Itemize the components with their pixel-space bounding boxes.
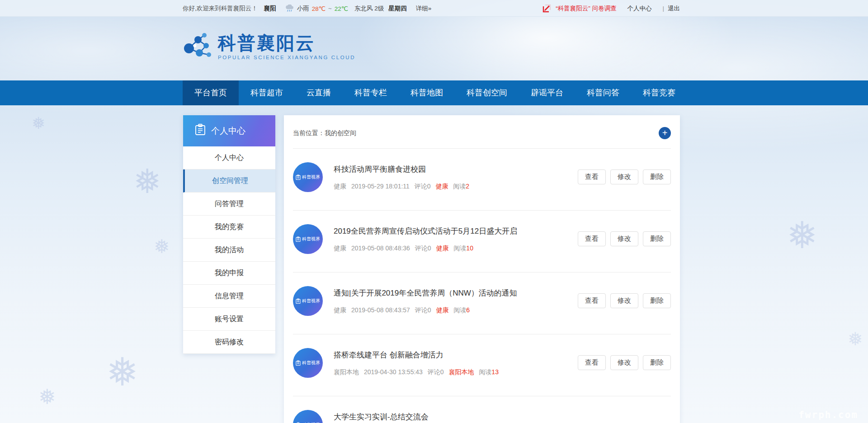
view-button[interactable]: 查看 — [578, 231, 606, 246]
post-avatar: 科普视界 — [293, 410, 323, 423]
survey-pen-icon — [542, 4, 551, 13]
clipboard-icon — [195, 124, 206, 138]
post-title[interactable]: 通知|关于开展2019年全民营养周（NNW）活动的通知 — [334, 288, 517, 298]
snowflake-icon: ❅ — [154, 237, 170, 256]
edit-button[interactable]: 修改 — [610, 169, 638, 184]
post-tag: 健康 — [436, 306, 448, 314]
post-read-label: 阅读 — [479, 368, 491, 376]
post-read-count: 13 — [491, 368, 499, 376]
greeting-text: 你好,欢迎来到科普襄阳云！ — [183, 5, 258, 13]
sidebar-item[interactable]: 密码修改 — [183, 331, 275, 354]
logo-subtitle: POPULAR SCIENCE XIANGYANG CLOUD — [218, 55, 355, 60]
sidebar-item[interactable]: 我的活动 — [183, 239, 275, 262]
post-tag: 健康 — [436, 244, 448, 252]
nav-item[interactable]: 科普竞赛 — [631, 80, 687, 105]
delete-button[interactable]: 删除 — [643, 169, 671, 184]
nav-item[interactable]: 科普创空间 — [455, 80, 519, 105]
logo-molecule-icon — [183, 32, 212, 62]
weather-condition: 小雨 — [297, 5, 309, 13]
post-row: 科普视界 科技活动周平衡膳食进校园 健康 2019-05-29 18:01:11… — [293, 149, 671, 211]
post-category: 健康 — [334, 183, 346, 190]
view-button[interactable]: 查看 — [578, 169, 606, 184]
city-label[interactable]: 襄阳 — [264, 5, 276, 13]
post-row: 科普视界 2019全民营养周宣传启动仪式活动于5月12日盛大开启 健康 2019… — [293, 211, 671, 273]
sidebar-item[interactable]: 个人中心 — [183, 146, 275, 169]
content-panel: 当前位置：我的创空间 + 科普视界 科技活动周平衡膳食进校园 健康 2019-0… — [284, 115, 680, 423]
avatar-text: 科普视界 — [302, 236, 320, 242]
topbar-divider: | — [662, 5, 664, 12]
post-datetime: 2019-05-29 18:01:11 — [351, 183, 410, 190]
user-center-link[interactable]: 个人中心 — [627, 5, 651, 13]
post-tag: 健康 — [435, 183, 448, 190]
nav-item[interactable]: 科普专栏 — [343, 80, 399, 105]
post-category: 健康 — [334, 244, 346, 252]
avatar-text: 科普视界 — [302, 298, 320, 304]
temp-high: 28℃ — [312, 5, 326, 12]
post-read-label: 阅读 — [453, 306, 466, 314]
post-title[interactable]: 搭桥牵线建平台 创新融合增活力 — [334, 350, 499, 360]
post-avatar: 科普视界 — [293, 224, 323, 254]
delete-button[interactable]: 删除 — [643, 355, 671, 370]
nav-item[interactable]: 科普超市 — [239, 80, 295, 105]
weekday-label: 星期四 — [388, 5, 407, 13]
sidebar-item[interactable]: 创空间管理 — [183, 169, 275, 193]
edit-button[interactable]: 修改 — [610, 355, 638, 370]
snowflake-icon: ❅ — [38, 386, 56, 407]
post-meta: 健康 2019-05-29 18:01:11 评论0 健康 阅读2 — [334, 183, 469, 191]
post-category: 襄阳本地 — [334, 368, 359, 376]
post-read-count: 10 — [466, 244, 473, 252]
snowflake-icon: ❅ — [106, 352, 139, 391]
nav-item[interactable]: 云直播 — [295, 80, 343, 105]
breadcrumb: 当前位置：我的创空间 — [293, 129, 356, 137]
sidebar-item[interactable]: 信息管理 — [183, 285, 275, 308]
post-datetime: 2019-05-08 08:48:36 — [351, 244, 410, 252]
post-comments: 评论0 — [428, 368, 444, 376]
sidebar-header-label: 个人中心 — [211, 125, 245, 137]
sidebar-item[interactable]: 账号设置 — [183, 308, 275, 331]
post-title[interactable]: 2019全民营养周宣传启动仪式活动于5月12日盛大开启 — [334, 226, 517, 236]
view-button[interactable]: 查看 — [578, 355, 606, 370]
post-read-label: 阅读 — [453, 244, 466, 252]
logout-link[interactable]: 退出 — [668, 5, 680, 13]
add-post-button[interactable]: + — [659, 127, 671, 139]
edit-button[interactable]: 修改 — [610, 293, 638, 308]
post-avatar: 科普视界 — [293, 348, 323, 378]
post-comments: 评论0 — [415, 183, 431, 190]
temp-separator: ~ — [328, 5, 332, 12]
post-title[interactable]: 大学生实习实训-总结交流会 — [334, 412, 429, 422]
snowflake-icon: ❅ — [133, 165, 161, 198]
post-avatar: 科普视界 — [293, 286, 323, 316]
post-meta: 健康 2019-05-08 08:48:36 评论0 健康 阅读10 — [334, 244, 517, 253]
logo-title: 科普襄阳云 — [218, 34, 355, 52]
page: ❅ ❅ ❅ ❅ ❅ ❅ ❅ ❅ 你好,欢迎来到科普襄阳云！ 襄阳 小雨 28℃ … — [0, 0, 868, 423]
site-logo[interactable]: 科普襄阳云 POPULAR SCIENCE XIANGYANG CLOUD — [183, 32, 355, 62]
sidebar: 个人中心 个人中心创空间管理问答管理我的竞赛我的活动我的申报信息管理账号设置密码… — [183, 115, 275, 354]
sidebar-item[interactable]: 我的申报 — [183, 262, 275, 285]
delete-button[interactable]: 删除 — [643, 293, 671, 308]
snowflake-icon: ❅ — [32, 115, 45, 132]
main-nav: 平台首页科普超市云直播科普专栏科普地图科普创空间辟谣平台科普问答科普竞赛 — [0, 80, 868, 105]
post-read-count: 2 — [466, 183, 469, 190]
post-title[interactable]: 科技活动周平衡膳食进校园 — [334, 164, 469, 174]
sidebar-item[interactable]: 问答管理 — [183, 193, 275, 216]
post-datetime: 2019-04-30 13:55:43 — [364, 368, 423, 376]
watermark: fwrph.com — [798, 409, 858, 420]
survey-link[interactable]: “科普襄阳云” 问卷调查 — [556, 5, 616, 13]
post-comments: 评论0 — [415, 306, 431, 314]
post-meta: 襄阳本地 2019-04-30 13:55:43 评论0 襄阳本地 阅读13 — [334, 368, 499, 376]
weather-icon — [285, 5, 294, 13]
sidebar-item[interactable]: 我的竞赛 — [183, 216, 275, 239]
nav-item[interactable]: 平台首页 — [183, 80, 239, 105]
view-button[interactable]: 查看 — [578, 293, 606, 308]
temp-low: 22℃ — [335, 5, 348, 12]
nav-item[interactable]: 辟谣平台 — [519, 80, 575, 105]
nav-item[interactable]: 科普问答 — [575, 80, 631, 105]
post-row: 科普视界 搭桥牵线建平台 创新融合增活力 襄阳本地 2019-04-30 13:… — [293, 334, 671, 396]
post-comments: 评论0 — [415, 244, 431, 252]
edit-button[interactable]: 修改 — [610, 231, 638, 246]
delete-button[interactable]: 删除 — [643, 231, 671, 246]
weather-detail-link[interactable]: 详细» — [416, 5, 432, 13]
post-row: 科普视界 通知|关于开展2019年全民营养周（NNW）活动的通知 健康 2019… — [293, 273, 671, 334]
nav-item[interactable]: 科普地图 — [399, 80, 455, 105]
post-read-count: 6 — [466, 306, 470, 314]
